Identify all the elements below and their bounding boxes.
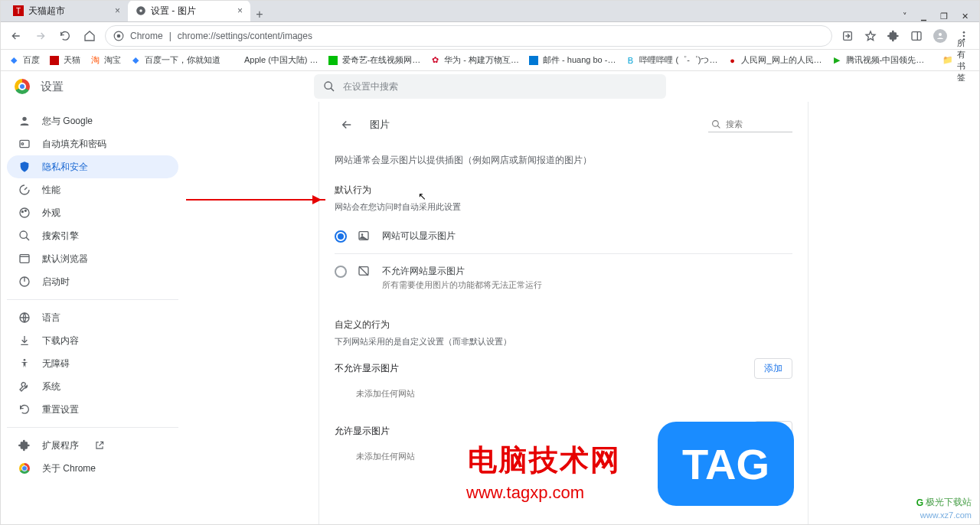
- download-icon: [18, 334, 31, 347]
- default-behavior-sub: 网站会在您访问时自动采用此设置: [335, 201, 792, 213]
- reset-icon: [18, 403, 31, 416]
- star-icon[interactable]: [864, 30, 877, 42]
- image-icon: [358, 230, 371, 242]
- all-bookmarks[interactable]: 📁所有书签: [942, 38, 972, 83]
- svg-point-20: [21, 211, 23, 213]
- bookmark-tmall[interactable]: 天猫: [49, 54, 80, 66]
- sidebar-item-reset[interactable]: 重置设置: [7, 398, 178, 421]
- content-search[interactable]: 搜索: [708, 117, 792, 132]
- restore-icon[interactable]: ❐: [940, 11, 948, 21]
- external-link-icon: [94, 440, 105, 451]
- svg-point-3: [139, 9, 142, 12]
- chrome-icon: [18, 463, 31, 474]
- sidebar-item-startup[interactable]: 启动时: [7, 270, 178, 293]
- watermark-title: 电脑技术网: [468, 441, 621, 480]
- forward-icon[interactable]: [31, 27, 50, 45]
- radio-icon: [335, 230, 347, 243]
- settings-title: 设置: [41, 80, 64, 94]
- window-titlebar: T 天猫超市 × 设置 - 图片 × + ˅ ▁ ❐ ✕: [1, 1, 979, 22]
- radio-label: 不允许网站显示图片: [382, 265, 542, 278]
- bookmark-tencent[interactable]: ▶腾讯视频-中国领先…: [831, 54, 925, 66]
- watermark-site-name: G极光下载站: [916, 496, 972, 509]
- watermark-tag: TAG: [658, 422, 794, 506]
- svg-point-15: [325, 82, 332, 89]
- sidebar-item-default-browser[interactable]: 默认浏览器: [7, 247, 178, 270]
- bookmark-bilibili[interactable]: B哔哩哔哩 (゜-゜)つ…: [625, 54, 717, 66]
- sidebar-item-appearance[interactable]: 外观: [7, 201, 178, 224]
- svg-point-21: [24, 210, 26, 211]
- intro-text: 网站通常会显示图片以提供插图（例如网店或新闻报道的图片）: [335, 154, 792, 167]
- url-text: chrome://settings/content/images: [178, 31, 312, 41]
- cursor-icon: ↖: [418, 191, 426, 202]
- svg-point-27: [713, 121, 719, 127]
- bookmark-apple[interactable]: Apple (中国大陆) …: [230, 54, 318, 66]
- extensions-icon[interactable]: [887, 30, 900, 42]
- tab-strip: T 天猫超市 × 设置 - 图片 × +: [1, 0, 892, 21]
- sidebar-item-search[interactable]: 搜索引擎: [7, 224, 178, 247]
- radio-allow-images[interactable]: 网站可以显示图片: [335, 222, 792, 250]
- search-icon: [323, 80, 335, 93]
- sidebar-item-you-google[interactable]: 您与 Google: [7, 109, 178, 132]
- sidebar-item-performance[interactable]: 性能: [7, 178, 178, 201]
- block-list-empty: 未添加任何网站: [335, 379, 792, 404]
- back-button[interactable]: [335, 112, 359, 137]
- custom-behavior-title: 自定义的行为: [335, 318, 792, 331]
- favicon-settings: [136, 5, 146, 16]
- sidebar-item-privacy[interactable]: 隐私和安全: [7, 155, 178, 178]
- search-icon: [18, 230, 31, 242]
- close-icon[interactable]: ×: [237, 5, 243, 16]
- add-blocked-button[interactable]: 添加: [754, 358, 792, 379]
- bookmarks-bar: ◆百度 天猫 淘淘宝 ◆百度一下，你就知道 Apple (中国大陆) … 爱奇艺…: [1, 50, 979, 71]
- sidepanel-icon[interactable]: [910, 30, 923, 42]
- reload-icon[interactable]: [56, 27, 74, 45]
- image-off-icon: [358, 265, 371, 277]
- block-list-title: 不允许显示图片: [335, 362, 399, 375]
- bookmark-baidu[interactable]: ◆百度: [8, 54, 40, 66]
- address-bar[interactable]: Chrome | chrome://settings/content/image…: [105, 25, 832, 47]
- svg-point-19: [20, 208, 29, 217]
- page-title: 图片: [370, 118, 390, 132]
- toolbar: Chrome | chrome://settings/content/image…: [1, 22, 979, 50]
- default-behavior-title: 默认行为: [335, 184, 792, 197]
- sidebar-item-downloads[interactable]: 下载内容: [7, 329, 178, 352]
- browser-icon: [18, 253, 31, 265]
- svg-text:T: T: [16, 7, 21, 15]
- allow-list-title: 允许显示图片: [335, 425, 390, 438]
- custom-behavior-sub: 下列网站采用的是自定义设置（而非默认设置）: [335, 336, 792, 347]
- svg-rect-14: [529, 56, 538, 65]
- shield-icon: [18, 161, 31, 173]
- radio-block-images[interactable]: 不允许网站显示图片 所有需要使用图片的功能都将无法正常运行: [335, 257, 792, 298]
- sidebar-item-autofill[interactable]: 自动填充和密码: [7, 132, 178, 155]
- close-icon[interactable]: ×: [115, 5, 120, 16]
- sidebar-item-accessibility[interactable]: 无障碍: [7, 352, 178, 375]
- home-icon[interactable]: [80, 27, 99, 45]
- sidebar-item-extensions[interactable]: 扩展程序: [7, 434, 178, 457]
- svg-rect-23: [20, 255, 29, 263]
- sidebar-item-languages[interactable]: 语言: [7, 306, 178, 329]
- sidebar-item-about[interactable]: 关于 Chrome: [7, 457, 178, 480]
- back-icon[interactable]: [7, 27, 25, 45]
- bookmark-people[interactable]: ●人民网_网上的人民…: [727, 54, 822, 66]
- wrench-icon: [18, 380, 31, 393]
- tab-settings[interactable]: 设置 - 图片 ×: [128, 0, 250, 21]
- block-list-header: 不允许显示图片 添加: [335, 358, 792, 379]
- svg-rect-12: [50, 56, 59, 65]
- watermark-site-url: www.xz7.com: [920, 510, 972, 520]
- divider: [7, 427, 178, 428]
- share-icon[interactable]: [841, 30, 854, 42]
- tab-tmall[interactable]: T 天猫超市 ×: [5, 0, 128, 21]
- settings-search[interactable]: 在设置中搜索: [314, 74, 666, 99]
- svg-rect-7: [912, 31, 921, 40]
- bookmark-baidu2[interactable]: ◆百度一下，你就知道: [130, 54, 220, 66]
- bookmark-huawei[interactable]: ✿华为 - 构建万物互…: [430, 54, 519, 66]
- radio-label: 网站可以显示图片: [382, 230, 456, 243]
- minimize-icon[interactable]: ▁: [921, 13, 926, 21]
- sidebar-item-system[interactable]: 系统: [7, 375, 178, 398]
- bookmark-taobao[interactable]: 淘淘宝: [90, 54, 121, 66]
- bookmark-outlook[interactable]: 邮件 - huang bo -…: [528, 54, 616, 66]
- settings-sidebar: 您与 Google 自动填充和密码 隐私和安全 性能 外观 搜索引擎 默认浏览器…: [1, 102, 185, 524]
- new-tab-button[interactable]: +: [250, 8, 269, 21]
- close-window-icon[interactable]: ✕: [962, 11, 969, 21]
- bookmark-iqiyi[interactable]: 爱奇艺-在线视频网…: [328, 54, 421, 66]
- chevron-down-icon[interactable]: ˅: [903, 11, 907, 21]
